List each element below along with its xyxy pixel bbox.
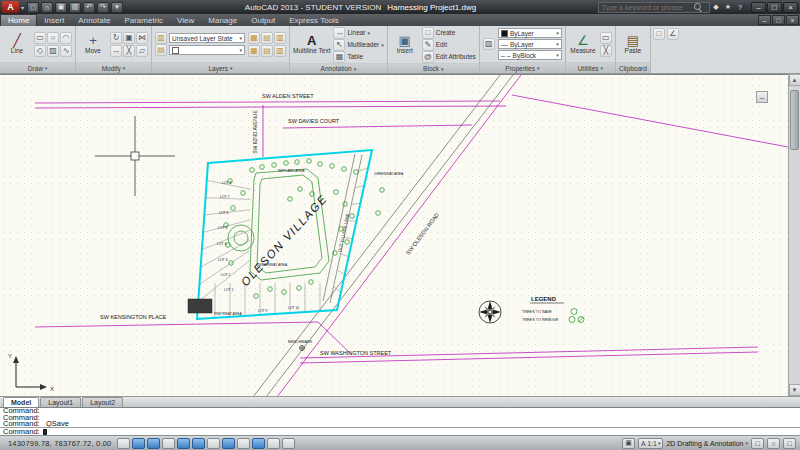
lineweight-dropdown[interactable]: — ByLayer▾ [498,39,562,49]
command-window[interactable]: Command:Command:Command: _QSave Command: [0,407,800,435]
layer-tool-icon-2[interactable]: ▤ [261,32,273,44]
quick-select-icon[interactable]: ▭ [600,32,612,44]
navbar-minimized-button[interactable]: – [756,91,768,103]
transparency-toggle[interactable] [282,438,295,449]
osnap-toggle[interactable] [192,438,205,449]
paste-button[interactable]: ▤ Paste [619,34,647,55]
ribbon-tab-output[interactable]: Output [244,14,282,26]
ribbon-tab-manage[interactable]: Manage [201,14,244,26]
measure-button[interactable]: ∠ Measure [569,34,597,55]
erase-tool-icon[interactable]: ▱ [136,45,148,57]
open-icon[interactable]: ⌂ [41,2,53,13]
layer-dropdown[interactable]: ▾ [169,45,245,55]
rotate-tool-icon[interactable]: ↻ [110,32,122,44]
otrack-toggle[interactable] [222,438,235,449]
drawing-canvas[interactable]: LEGEND TREES TO SAVE TREES TO REMOVE BEN… [0,74,788,396]
workspace-dropdown-icon[interactable]: ▾ [111,2,123,13]
copy-tool-icon[interactable]: ▣ [123,32,135,44]
layout-tab-model[interactable]: Model [3,397,39,407]
clean-screen-icon[interactable]: □ [783,438,796,449]
layer-tool-icon-5[interactable]: ▤ [261,45,273,57]
measure-extra-icon[interactable]: ∠ [667,28,679,40]
snap-toggle[interactable] [132,438,145,449]
id-point-icon[interactable]: ╳ [600,45,612,57]
panel-label-block[interactable]: Block▾ [388,63,479,73]
exchange-apps-icon[interactable]: ◆ [710,2,722,13]
group-tool-icon[interactable]: □ [653,28,665,40]
new-icon[interactable]: □ [27,2,39,13]
ribbon-tab-annotate[interactable]: Annotate [71,14,117,26]
layout-tab-layout1[interactable]: Layout1 [40,397,81,407]
vertical-scrollbar[interactable]: ▲ ▼ [788,74,800,396]
mirror-tool-icon[interactable]: ⋈ [136,32,148,44]
plot-icon[interactable]: ▥ [69,2,81,13]
hatch-tool-icon[interactable]: ▨ [47,45,59,57]
dynamic-input-toggle[interactable] [252,438,265,449]
object-color-dropdown[interactable]: ByLayer▾ [498,28,562,38]
panel-label-draw[interactable]: Draw▾ [0,62,75,73]
panel-label-properties[interactable]: Properties▾ [480,62,565,73]
panel-label-layers[interactable]: Layers▾ [152,62,289,73]
move-tool-button[interactable]: + Move [79,34,107,55]
multiline-text-button[interactable]: A Multiline Text [293,34,330,55]
app-menu-arrow-icon[interactable]: ▾ [21,4,24,11]
3d-osnap-toggle[interactable] [207,438,220,449]
edit-block-item[interactable]: ✎ Edit [422,39,476,50]
annotation-scale-button[interactable]: A 1:1▾ [638,438,663,449]
workspace-switcher[interactable]: 2D Drafting & Annotation▾ [666,440,748,447]
spline-tool-icon[interactable]: ∿ [60,45,72,57]
polygon-tool-icon[interactable]: ◇ [34,45,46,57]
ribbon-tab-insert[interactable]: Insert [37,14,71,26]
multileader-item[interactable]: ↖ Multileader▾ [333,39,383,50]
doc-minimize-button[interactable]: – [758,15,771,25]
ribbon-tab-home[interactable]: Home [0,14,37,26]
polar-toggle[interactable] [177,438,190,449]
search-icon[interactable] [694,3,703,12]
minimize-button[interactable]: – [751,2,766,13]
insert-block-button[interactable]: ▣ Insert [391,34,419,55]
stretch-tool-icon[interactable]: ↔ [110,45,122,57]
layer-properties-icon[interactable]: ▤ [155,44,167,56]
app-logo-icon[interactable]: A [2,1,19,13]
layer-tool-icon-6[interactable]: ▥ [274,45,286,57]
lock-ui-icon[interactable]: □ [751,438,764,449]
panel-label-clipboard[interactable]: Clipboard [616,62,650,73]
panel-label-utilities[interactable]: Utilities▾ [566,62,615,73]
redo-icon[interactable]: ↷ [97,2,109,13]
ducs-toggle[interactable] [237,438,250,449]
scroll-down-icon[interactable]: ▼ [789,384,800,396]
layer-tool-icon-3[interactable]: ▥ [274,32,286,44]
circle-tool-icon[interactable]: ○ [47,32,59,44]
edit-attributes-item[interactable]: @ Edit Attributes [422,51,476,62]
save-icon[interactable]: ▣ [55,2,67,13]
panel-label-annotation[interactable]: Annotation▾ [290,63,387,73]
scrollbar-thumb[interactable] [790,90,799,150]
layer-state-icon[interactable]: ▥ [155,32,167,44]
search-input[interactable] [602,4,692,11]
undo-icon[interactable]: ↶ [83,2,95,13]
layout-tab-layout2[interactable]: Layout2 [82,397,123,407]
doc-restore-button[interactable]: □ [772,15,785,25]
close-button[interactable]: × [783,2,798,13]
create-block-item[interactable]: □ Create [422,27,476,38]
match-properties-icon[interactable]: ▨ [483,38,495,50]
ribbon-tab-parametric[interactable]: Parametric [117,14,170,26]
restore-button[interactable]: □ [767,2,782,13]
ribbon-tab-view[interactable]: View [170,14,201,26]
linear-dimension-item[interactable]: ↔ Linear▾ [333,27,383,38]
lineweight-toggle[interactable] [267,438,280,449]
ortho-toggle[interactable] [162,438,175,449]
line-tool-button[interactable]: ╱ Line [3,34,31,55]
favorites-icon[interactable]: ★ [722,2,734,13]
grid-toggle[interactable] [147,438,160,449]
isolate-objects-icon[interactable]: ○ [767,438,780,449]
rectangle-tool-icon[interactable]: ▭ [34,32,46,44]
scrollbar-track[interactable] [789,86,800,384]
command-input-line[interactable]: Command: [0,428,800,435]
help-icon[interactable]: ? [734,2,746,13]
model-space-button[interactable]: ▣ [622,438,635,449]
infer-constraints-toggle[interactable] [117,438,130,449]
trim-tool-icon[interactable]: ╳ [123,45,135,57]
layer-tool-icon-1[interactable]: ▦ [248,32,260,44]
panel-label-modify[interactable]: Modify▾ [76,62,151,73]
